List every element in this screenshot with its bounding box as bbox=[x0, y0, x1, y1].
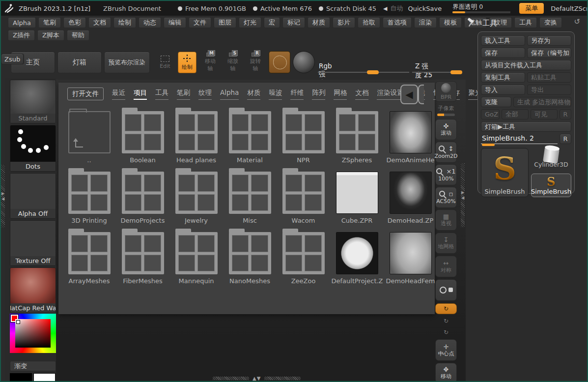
rotate-button[interactable]: R 旋转轴 bbox=[245, 52, 266, 73]
bpr-render-icon[interactable]: BPR bbox=[435, 81, 457, 102]
menu-item[interactable]: 帮助 bbox=[67, 30, 89, 41]
draw-button[interactable]: 绘制 bbox=[178, 52, 196, 73]
clone-button[interactable]: 克隆 bbox=[481, 97, 511, 107]
sv-cursor[interactable] bbox=[16, 320, 20, 324]
store-camera-icon[interactable] bbox=[435, 279, 457, 301]
lightbox-button[interactable]: 灯箱 bbox=[57, 52, 102, 73]
current-brush-preview[interactable] bbox=[269, 51, 290, 73]
canvas-horizontal-scrollbar[interactable]: ▲▼ bbox=[212, 376, 301, 381]
divider-open-icon[interactable]: ▶ bbox=[1, 191, 4, 196]
saturation-value-square[interactable] bbox=[15, 319, 51, 348]
load-tool-from-project-button[interactable]: 从项目文件载入工具 bbox=[481, 60, 571, 70]
load-tool-button[interactable]: 载入工具 bbox=[481, 35, 525, 46]
tray-selector[interactable]: Texture Off bbox=[10, 220, 56, 266]
menu-item[interactable]: 灯光 bbox=[239, 17, 261, 28]
lightbox-tab[interactable]: 文档 bbox=[355, 88, 368, 100]
rgb-intensity-handle[interactable] bbox=[367, 70, 379, 74]
scrollbar-track-right[interactable] bbox=[264, 376, 301, 381]
tool-thumb-simplebrush-large[interactable]: S SimpleBrush bbox=[481, 148, 529, 197]
current-material-sphere[interactable] bbox=[293, 51, 315, 73]
active-tool-slider[interactable]: SimpleBrush. 2 bbox=[481, 134, 558, 144]
menu-item[interactable]: 动态 bbox=[139, 17, 161, 28]
symmetry-icon[interactable]: ↔ 对称 bbox=[435, 256, 457, 277]
save-as-button[interactable]: 另存为 bbox=[527, 35, 571, 46]
lightbox-item[interactable]: DemoProjects bbox=[116, 167, 169, 227]
lightbox-item[interactable]: .. bbox=[62, 106, 116, 167]
lightbox-item[interactable]: Head planes bbox=[169, 106, 223, 167]
export-button[interactable]: 导出 bbox=[527, 85, 571, 95]
divider-close-icon[interactable]: ◀ bbox=[1, 197, 4, 201]
menu-item[interactable]: 渲染 bbox=[414, 17, 437, 28]
import-button[interactable]: 导入 bbox=[481, 85, 525, 95]
menu-item[interactable]: Alpha bbox=[8, 17, 36, 28]
menu-item[interactable]: 编辑 bbox=[164, 17, 186, 28]
lightbox-nav-right-partial[interactable] bbox=[418, 85, 424, 104]
actual-size-icon[interactable]: ×1 100% bbox=[435, 164, 457, 185]
goz-button[interactable]: GoZ bbox=[481, 109, 500, 119]
gradient-button[interactable]: 渐变 bbox=[10, 361, 56, 371]
center-point-icon[interactable]: ✛ 中心点 bbox=[435, 339, 457, 361]
tray-selector[interactable]: MatCap Red Wax bbox=[10, 267, 56, 313]
goz-all-button[interactable]: 全部 bbox=[502, 109, 529, 119]
lightbox-tab[interactable]: 渲染设置 bbox=[377, 88, 403, 100]
transparency-handle[interactable] bbox=[452, 11, 465, 13]
goz-visible-button[interactable]: 可见 bbox=[531, 109, 558, 119]
rotate-xyz-icon[interactable]: ↻ XYZ bbox=[435, 303, 457, 314]
lightbox-item[interactable]: NanoMeshes bbox=[223, 227, 277, 288]
tray-selector[interactable]: Standard bbox=[10, 80, 56, 123]
lightbox-nav-left[interactable]: ◀ bbox=[400, 85, 418, 104]
move-hand-icon[interactable]: ✥ 移动 bbox=[435, 363, 457, 382]
lightbox-item[interactable]: NPR bbox=[277, 106, 330, 167]
lightbox-tab[interactable]: 噪波 bbox=[269, 88, 282, 100]
lightbox-item[interactable]: Material bbox=[223, 106, 277, 167]
z-intensity-handle[interactable] bbox=[450, 70, 462, 74]
right-tray-divider[interactable]: ▶ ◀ bbox=[461, 163, 465, 227]
lightbox-tab[interactable]: 网格 bbox=[334, 88, 347, 100]
pan-hand-icon[interactable]: ✜ 滚动 bbox=[435, 119, 457, 140]
default-zscript-button[interactable]: DefaultZScript bbox=[551, 5, 588, 12]
divider-close-icon[interactable]: ◀ bbox=[461, 196, 464, 200]
lightbox-item[interactable]: FiberMeshes bbox=[116, 227, 169, 288]
zoom2d-icon[interactable]: ↕ Zoom2D bbox=[435, 142, 457, 163]
menu-item[interactable]: 文件 bbox=[189, 17, 211, 28]
lightbox-item[interactable]: DemoHead.ZP bbox=[384, 167, 437, 227]
menu-item[interactable]: 首选项 bbox=[383, 17, 412, 28]
auto-label[interactable]: 自动 bbox=[391, 4, 403, 13]
make-polymesh-button[interactable]: 生成 多边形网格物体 bbox=[513, 97, 571, 107]
divider-open-icon[interactable]: ▶ bbox=[461, 190, 464, 195]
lightbox-tab[interactable]: 工具 bbox=[155, 88, 168, 100]
z-intensity-slider[interactable] bbox=[412, 72, 460, 73]
lightbox-item[interactable]: Misc bbox=[223, 167, 277, 227]
rotate-y-icon[interactable]: ↻ Y bbox=[435, 316, 457, 326]
quicksave-button[interactable]: QuickSave bbox=[408, 5, 442, 12]
lightbox-item[interactable]: Wacom bbox=[277, 167, 330, 227]
left-tray-divider[interactable]: ▶ ◀ bbox=[1, 165, 5, 228]
menu-item[interactable]: 材质 bbox=[308, 17, 330, 28]
lightbox-tab[interactable]: 笔刷 bbox=[177, 88, 190, 100]
menu-item[interactable]: 文档 bbox=[88, 17, 111, 28]
lightbox-item[interactable]: Mannequin bbox=[169, 227, 223, 288]
menu-toggle-button[interactable]: 菜单 bbox=[519, 3, 544, 14]
menu-item[interactable]: 模板 bbox=[439, 17, 462, 28]
menu-item[interactable]: 影片 bbox=[333, 17, 355, 28]
tray-selector[interactable]: Alpha Off bbox=[10, 173, 56, 219]
menu-item[interactable]: Z脚本 bbox=[37, 30, 64, 41]
tool-thumb-simplebrush-selected[interactable]: S SimpleBrush bbox=[531, 174, 571, 197]
scale-button[interactable]: S 缩放轴 bbox=[222, 52, 244, 73]
color-picker[interactable] bbox=[10, 314, 56, 353]
lightbox-tab[interactable]: 材质 bbox=[247, 88, 260, 100]
tool-r-button[interactable]: R bbox=[560, 134, 571, 144]
perspective-icon[interactable]: ▦ 透视 bbox=[435, 209, 457, 231]
rotate-z-icon[interactable]: ↻ Z bbox=[435, 327, 457, 337]
tray-selector[interactable]: Dots bbox=[10, 125, 56, 172]
lightbox-tab[interactable]: 纹理 bbox=[198, 88, 212, 100]
lightbox-item[interactable]: Boolean bbox=[116, 106, 169, 167]
paste-tool-button[interactable]: 粘贴工具 bbox=[527, 72, 571, 83]
lightbox-tab[interactable]: 阵列 bbox=[312, 88, 325, 100]
open-file-button[interactable]: 打开文件 bbox=[67, 88, 104, 100]
lightbox-item[interactable]: ZSpheres bbox=[330, 106, 384, 167]
move-button[interactable]: M 移动轴 bbox=[199, 52, 221, 73]
menu-item[interactable]: 笔刷 bbox=[38, 17, 61, 28]
copy-tool-button[interactable]: 复制工具 bbox=[481, 72, 525, 83]
lightbox-tab[interactable]: 最近 bbox=[112, 88, 125, 100]
